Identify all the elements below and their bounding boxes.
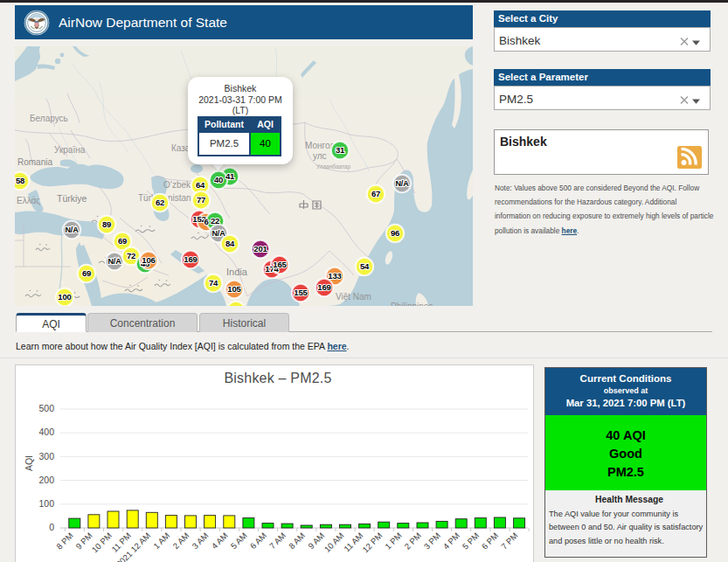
svg-text:155: 155: [294, 288, 308, 297]
svg-text:6: 6: [204, 217, 208, 226]
svg-text:72: 72: [127, 251, 135, 260]
svg-text:64: 64: [196, 180, 205, 190]
svg-text:Улаанбаатар: Улаанбаатар: [316, 163, 350, 170]
svg-text:Україна: Україна: [54, 145, 86, 155]
svg-text:4 AM: 4 AM: [210, 531, 230, 551]
svg-text:200: 200: [38, 475, 54, 485]
svg-text:165: 165: [273, 260, 287, 269]
svg-text:69: 69: [118, 236, 127, 246]
svg-text:84: 84: [225, 239, 235, 248]
svg-text:22: 22: [211, 216, 219, 225]
svg-text:N/A: N/A: [212, 229, 226, 238]
svg-text:5 PM: 5 PM: [461, 531, 482, 552]
svg-text:3 AM: 3 AM: [190, 531, 210, 551]
svg-text:Беларусь: Беларусь: [30, 114, 68, 123]
svg-text:N/A: N/A: [396, 179, 410, 188]
svg-text:1 AM: 1 AM: [151, 531, 171, 551]
svg-text:8 AM: 8 AM: [287, 531, 307, 551]
svg-text:500: 500: [38, 403, 54, 413]
svg-text:12 PM: 12 PM: [360, 531, 384, 554]
svg-text:6 PM: 6 PM: [480, 531, 501, 552]
svg-text:62: 62: [156, 198, 164, 207]
svg-text:77: 77: [197, 195, 205, 205]
svg-text:6 AM: 6 AM: [248, 531, 268, 551]
svg-text:100: 100: [58, 292, 71, 302]
svg-text:11 AM: 11 AM: [342, 531, 364, 553]
svg-text:India: India: [226, 267, 248, 277]
svg-text:2 AM: 2 AM: [170, 531, 191, 551]
svg-text:N/A: N/A: [66, 225, 80, 234]
svg-text:58: 58: [16, 176, 24, 185]
svg-text:Bishkek – PM2.5: Bishkek – PM2.5: [224, 371, 331, 385]
svg-text:AQI: AQI: [24, 455, 34, 471]
svg-text:10 AM: 10 AM: [322, 531, 346, 554]
svg-text:74: 74: [209, 278, 218, 288]
svg-text:5 AM: 5 AM: [229, 531, 249, 551]
svg-text:201: 201: [253, 244, 267, 253]
svg-text:169: 169: [317, 282, 330, 292]
svg-text:69: 69: [82, 268, 91, 278]
svg-text:300: 300: [38, 451, 54, 461]
svg-text:Ελλάς: Ελλάς: [17, 196, 40, 205]
svg-text:4 PM: 4 PM: [441, 531, 462, 552]
svg-text:106: 106: [142, 255, 155, 265]
svg-text:31: 31: [336, 145, 345, 155]
svg-text:улс: улс: [313, 151, 327, 161]
svg-text:1 PM: 1 PM: [383, 531, 404, 552]
svg-text:54: 54: [360, 261, 370, 271]
svg-text:169: 169: [184, 254, 197, 264]
svg-text:8 PM: 8 PM: [54, 531, 75, 552]
svg-text:40: 40: [214, 175, 223, 184]
svg-text:10 PM: 10 PM: [90, 531, 114, 554]
svg-text:7 AM: 7 AM: [267, 531, 288, 551]
svg-text:7 PM: 7 PM: [499, 531, 520, 552]
svg-text:3 PM: 3 PM: [422, 531, 443, 552]
svg-text:Việt Nam: Việt Nam: [336, 292, 371, 302]
svg-text:133: 133: [328, 271, 341, 281]
svg-text:67: 67: [371, 189, 380, 198]
svg-text:65: 65: [232, 305, 241, 306]
svg-text:2 PM: 2 PM: [402, 531, 423, 552]
svg-text:Türkiye: Türkiye: [57, 193, 87, 204]
svg-text:N/A: N/A: [108, 257, 122, 266]
svg-text:41: 41: [225, 171, 235, 181]
svg-text:400: 400: [38, 427, 54, 437]
svg-text:96: 96: [391, 228, 399, 238]
svg-text:0: 0: [49, 522, 54, 532]
svg-text:Philippines: Philippines: [391, 302, 433, 306]
svg-text:Romania: Romania: [17, 157, 52, 167]
svg-text:100: 100: [38, 498, 54, 509]
svg-text:89: 89: [102, 219, 111, 229]
svg-text:105: 105: [227, 284, 241, 294]
